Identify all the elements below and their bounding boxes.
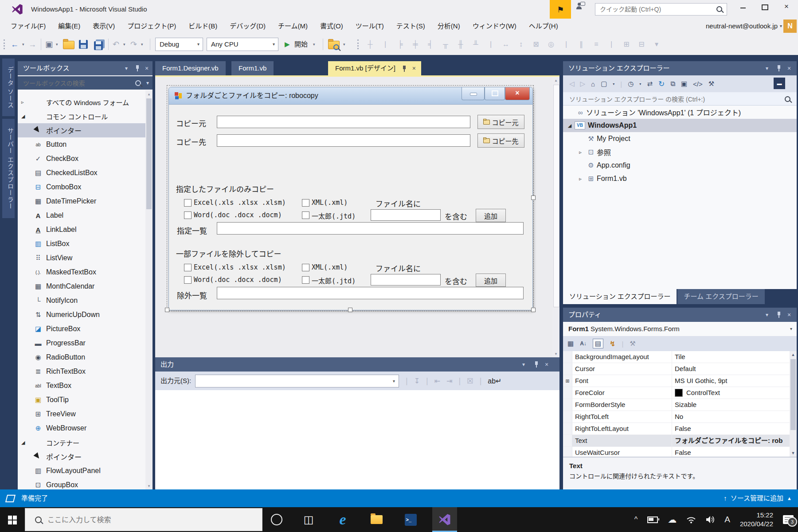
tray-chevron-icon[interactable]: ^ [634, 516, 638, 524]
property-row[interactable]: RightToLeft No [563, 411, 797, 423]
designed-form[interactable]: フォルダごとファイルをコピー: robocopy × コピー元 コピー元 コピー… [168, 87, 533, 310]
pin-icon[interactable] [403, 66, 406, 72]
solution-explorer-header[interactable]: ソリューション エクスプローラー ▾ × [563, 61, 797, 75]
account-email[interactable]: neutral-newt@outlook.jp [706, 19, 778, 34]
output-source-dropdown[interactable]: ▾ [195, 375, 399, 387]
separator[interactable]: | [620, 80, 622, 88]
collapse-all-icon[interactable]: ▢ [601, 80, 607, 88]
property-row[interactable]: RightToLeftLayout False [563, 423, 797, 435]
menu-item[interactable]: ビルド(B) [182, 19, 223, 34]
collapse-icon[interactable]: ▲ [787, 489, 792, 507]
exclude-xml-checkbox[interactable] [302, 264, 309, 271]
taskbar-search[interactable] [25, 508, 262, 531]
properties-object-selector[interactable]: Form1 System.Windows.Forms.Form ▾ [563, 322, 797, 336]
menu-item[interactable]: 編集(E) [52, 19, 86, 34]
navigate-back-icon[interactable]: ← [11, 34, 19, 55]
copy-source-button[interactable]: コピー元 [477, 115, 524, 129]
start-debugging-icon[interactable]: ▶ [285, 34, 290, 55]
property-row[interactable]: ⊞ Font MS UI Gothic, 9pt [563, 375, 797, 387]
tab-form1-vb[interactable]: Form1.vb [231, 61, 274, 75]
expander-icon[interactable]: ◢ [565, 123, 575, 129]
show-all-files-icon[interactable]: ▬ [774, 78, 785, 89]
expander-icon[interactable]: ◢ [18, 113, 30, 119]
powershell-button[interactable]: >_ [398, 507, 423, 532]
pin-icon[interactable] [136, 65, 139, 71]
expand-gutter-icon[interactable] [563, 411, 572, 422]
scrollbar-thumb[interactable] [146, 98, 152, 209]
toolbox-scrollbar[interactable]: ▴ ▾ [145, 90, 153, 489]
pin-icon[interactable] [777, 65, 781, 71]
output-panel-header[interactable]: 出力 ▾ × [155, 357, 559, 372]
toolbox-item[interactable]: ◉ RadioButton [18, 350, 153, 364]
tab-form1-designer-vb[interactable]: Form1.Designer.vb [155, 61, 226, 75]
solution-configurations-dropdown[interactable]: Debug ▾ [155, 38, 203, 51]
property-row[interactable]: Text フォルダごとファイルをコピー: rob [563, 435, 797, 447]
menu-item[interactable]: プロジェクト(P) [121, 19, 182, 34]
sync-icon[interactable]: ⇄ [647, 80, 653, 88]
refresh-icon[interactable]: ↻ [658, 79, 665, 89]
align-tool-icon[interactable]: | [604, 34, 619, 55]
expand-gutter-icon[interactable]: ⊞ [563, 375, 572, 387]
separator[interactable]: | [459, 376, 461, 386]
goto-message-icon[interactable]: ↧ [414, 377, 420, 385]
ime-mode-icon[interactable]: A [724, 515, 730, 524]
pin-icon[interactable] [535, 361, 538, 368]
align-tool-icon[interactable]: ⊞ [619, 34, 634, 55]
align-tool-icon[interactable]: ╪ [408, 34, 423, 55]
toolbox-item[interactable]: ▦ MonthCalendar [18, 279, 153, 293]
property-pages-icon[interactable]: ⚒ [630, 340, 635, 348]
edge-button[interactable]: e [330, 507, 355, 532]
toolbox-item[interactable]: ▤ CheckedListBox [18, 166, 153, 180]
cortana-button[interactable] [264, 507, 289, 532]
window-position-icon[interactable]: ▾ [121, 61, 131, 75]
back-icon[interactable]: ◁ [569, 80, 575, 88]
action-center-icon[interactable]: 3 [783, 515, 794, 524]
collapse-icon[interactable]: ⧉ [670, 80, 675, 88]
properties-tool-icon[interactable]: ⚒ [708, 80, 714, 88]
solution-platforms-dropdown[interactable]: Any CPU ▾ [207, 38, 278, 51]
clear-all-icon[interactable]: ☒ [467, 377, 473, 385]
toolbox-item[interactable]: ⊡ GroupBox [18, 478, 153, 489]
include-list-input[interactable] [217, 222, 524, 235]
expand-gutter-icon[interactable] [563, 435, 572, 446]
form-minimize-button[interactable] [462, 87, 485, 100]
exclude-list-input[interactable] [217, 287, 524, 299]
align-tool-icon[interactable]: | [559, 34, 574, 55]
align-tool-icon[interactable]: ◎ [544, 34, 559, 55]
separator[interactable]: | [480, 376, 482, 386]
word-wrap-icon[interactable]: ab↵ [488, 377, 501, 385]
property-row[interactable]: FormBorderStyle Sizable [563, 399, 797, 411]
exclude-taro-checkbox[interactable] [302, 276, 309, 284]
tree-row[interactable]: ▹ ⊞ Form1.vb [563, 172, 797, 185]
menu-item[interactable]: 表示(V) [86, 19, 121, 34]
exclude-filename-input[interactable] [371, 274, 441, 286]
align-tool-icon[interactable]: | [483, 34, 498, 55]
scrollbar-thumb[interactable] [790, 359, 796, 430]
toolbox-item[interactable]: ▦ DateTimePicker [18, 194, 153, 208]
toolbox-item[interactable]: ⊞ TreeView [18, 407, 153, 421]
copy-source-input[interactable] [217, 116, 470, 128]
preview-icon[interactable]: ▣ [681, 80, 687, 88]
toolbox-item[interactable]: ◢ コンテナー [18, 435, 145, 450]
align-tool-icon[interactable]: ↕ [513, 34, 528, 55]
account-avatar[interactable]: N [783, 20, 797, 33]
close-icon[interactable]: × [784, 308, 794, 322]
sidebar-tab-server-explorer[interactable]: サーバー エクスプローラー [2, 119, 15, 218]
back-dropdown-icon[interactable]: ▾ [22, 34, 24, 55]
expander-icon[interactable]: ▹ [575, 176, 585, 182]
notifications-flag-icon[interactable]: ⚑ [550, 0, 571, 20]
alphabetical-icon[interactable]: A↓ [580, 340, 587, 347]
align-tool-icon[interactable]: ↔ [498, 34, 513, 55]
toolbox-item[interactable]: └ NotifyIcon [18, 293, 153, 308]
toolbox-item[interactable]: ✓ CheckBox [18, 152, 153, 166]
tab-form1-vb-design[interactable]: Form1.vb [デザイン] × [328, 61, 421, 75]
exclude-excel-checkbox[interactable] [184, 264, 192, 271]
properties-scrollbar[interactable]: ▲ ▼ [790, 351, 797, 457]
align-tool-icon[interactable]: | [378, 34, 393, 55]
expand-gutter-icon[interactable] [563, 387, 572, 399]
expand-gutter-icon[interactable] [563, 351, 572, 363]
chevron-down-icon[interactable]: ▾ [143, 76, 153, 90]
code-view-icon[interactable]: </> [693, 80, 703, 88]
menu-item[interactable]: ツール(T) [349, 19, 390, 34]
sidebar-tab-data-sources[interactable]: データ ソース [2, 59, 15, 116]
